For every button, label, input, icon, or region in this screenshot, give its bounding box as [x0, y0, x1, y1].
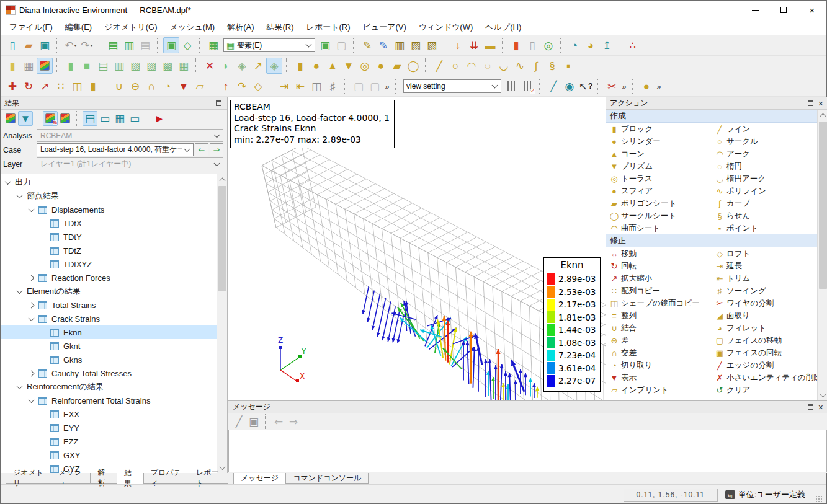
next-message-button[interactable]: ⇒ [286, 415, 301, 428]
create-pyramid-button[interactable]: ▼ [341, 58, 357, 74]
selection-table-button[interactable]: ▦ [205, 37, 221, 53]
tab-analysis[interactable]: 解析 [90, 473, 117, 484]
action-extend[interactable]: ⇥延長 [712, 260, 817, 272]
trim-button[interactable]: ⇤ [292, 78, 308, 94]
action-align[interactable]: ≡整列 [606, 309, 712, 322]
array-copy-button[interactable]: ∷ [53, 78, 69, 94]
open-project-button[interactable]: ▰ [20, 37, 37, 53]
half-section-button[interactable]: ◗ [218, 58, 234, 74]
create-ellipse-button[interactable]: ◌ [480, 58, 496, 74]
tab-command-console[interactable]: コマンドコンソール [285, 473, 369, 484]
create-cylinder-button[interactable]: ● [308, 58, 324, 74]
action-sphere[interactable]: ●スフィア [606, 185, 712, 197]
action-helix[interactable]: §らせん [712, 210, 817, 222]
viewport-3d[interactable]: ZYX RCBEAMLoad-step 16, Load-factor 4.00… [228, 97, 606, 400]
chevron-down-icon[interactable] [29, 397, 35, 403]
action-cylinder[interactable]: ●シリンダー [606, 135, 712, 148]
tab-mesh[interactable]: メッシュ [51, 473, 91, 484]
tree-item-gknt[interactable]: Gknt [1, 339, 217, 353]
toolbar-overflow-button[interactable]: » [620, 79, 628, 94]
action-clear[interactable]: ↺クリア [712, 384, 817, 396]
toolbar-overflow-button[interactable]: » [383, 79, 391, 94]
menu-item-1[interactable]: 編集(E) [59, 20, 98, 34]
previous-message-button[interactable]: ⇐ [271, 415, 286, 428]
undo-button[interactable]: ↶▾ [63, 37, 79, 53]
tree-item-element-[interactable]: Elementの結果 [1, 285, 217, 298]
move-button[interactable]: ✚ [4, 78, 20, 94]
export-sheet-button[interactable]: ▥ [121, 37, 137, 53]
align-button[interactable]: ▮ [85, 78, 101, 94]
clear-messages-button[interactable]: ╱ [231, 415, 246, 428]
action-polyline[interactable]: ∿ポリライン [712, 185, 817, 197]
show-face-right-button[interactable]: ▨ [143, 58, 159, 74]
create-block-button[interactable]: ▮ [292, 58, 308, 74]
action-chamfer[interactable]: ◢面取り [712, 309, 817, 322]
new-project-button[interactable]: ▯ [4, 37, 20, 53]
menu-item-3[interactable]: メッシュ(M) [163, 20, 221, 34]
chevron-down-icon[interactable] [5, 179, 11, 185]
chevron-right-icon[interactable] [29, 370, 35, 376]
scrollbar-thumb[interactable] [218, 186, 226, 291]
maximize-button[interactable] [769, 1, 798, 19]
section-plane-button[interactable]: ◈ [234, 58, 250, 74]
paste-selection-button[interactable]: ▢ [333, 37, 349, 53]
point-load-button[interactable]: ↓ [450, 37, 466, 53]
tree-item-reinforcement-total-strains[interactable]: Reinforcement Total Strains [1, 394, 217, 407]
minimize-button[interactable] [741, 1, 769, 19]
create-point-button[interactable]: ▪ [560, 58, 576, 74]
probe-results-button[interactable]: % [43, 111, 58, 126]
redo-button[interactable]: ↷▾ [79, 37, 95, 53]
action-split-wire[interactable]: ✂ワイヤの分割 [712, 297, 817, 309]
tying-button[interactable]: ◎ [540, 37, 557, 53]
action-rotate[interactable]: ↻回転 [606, 260, 712, 272]
action-imprint[interactable]: ▱インプリント [606, 384, 712, 396]
float-panel-icon[interactable] [216, 100, 221, 106]
action-cone[interactable]: ▲コーン [606, 148, 712, 160]
action-show[interactable]: ▼表示 [606, 371, 712, 384]
filter-results-button[interactable]: ▼ [18, 111, 33, 126]
create-helix-button[interactable]: § [544, 58, 560, 74]
loft-button[interactable]: ◇ [250, 78, 266, 94]
tree-scrollbar[interactable] [217, 174, 227, 473]
action-move-face[interactable]: ▢フェイスの移動 [712, 334, 817, 347]
surface-load-button[interactable]: ▬ [482, 37, 498, 53]
action-subtract[interactable]: ⊖差 [606, 334, 712, 347]
resize-grip[interactable] [815, 495, 823, 503]
tree-item-tdtx[interactable]: TDtX [1, 216, 217, 230]
location-pin-button[interactable]: ◉ [561, 78, 578, 94]
menu-item-2[interactable]: ジオメトリ(G) [98, 20, 163, 34]
create-sphere-button[interactable]: ● [373, 58, 389, 74]
action-trim[interactable]: ⇤トリム [712, 272, 817, 285]
ground-support-button[interactable]: ↥ [599, 37, 615, 53]
fit-view-button[interactable]: ✕ [202, 58, 218, 74]
action-unite[interactable]: ∪結合 [606, 322, 712, 334]
action-block[interactable]: ▮ブロック [606, 123, 712, 135]
tree-item-tdty[interactable]: TDtY [1, 230, 217, 244]
edit-geometry-button[interactable]: ✎ [359, 37, 375, 53]
action-intersect[interactable]: ∩交差 [606, 347, 712, 359]
menu-item-4[interactable]: 解析(A) [221, 20, 260, 34]
chevron-down-icon[interactable] [17, 383, 23, 389]
tree-item-ezz[interactable]: EZZ [1, 435, 217, 448]
tree-item--[interactable]: 節点結果 [1, 189, 217, 203]
reinforcement-section-button[interactable]: ▧ [424, 37, 440, 53]
chevron-down-icon[interactable] [29, 315, 35, 321]
case-combo[interactable]: Load-step 16, Load-factor 4.0000, 荷重ケース … [37, 143, 194, 156]
create-sheet-button[interactable]: ▰ [389, 58, 405, 74]
action-sewing[interactable]: ♯ソーイング [712, 285, 817, 297]
action-loft[interactable]: ◇ロフト [712, 247, 817, 260]
tree-item-total-strains[interactable]: Total Strains [1, 298, 217, 312]
play-animation-button[interactable]: ► [152, 111, 167, 126]
menu-item-9[interactable]: ヘルプ(H) [479, 20, 527, 34]
tree-item-eyy[interactable]: EYY [1, 421, 217, 435]
show-shape-button[interactable]: ▮ [63, 58, 79, 74]
create-curve-button[interactable]: ∫ [528, 58, 544, 74]
action-remove-small-entities[interactable]: ✗小さいエンティティの削除 [712, 371, 817, 384]
reinforcement-bar-button[interactable]: ▨ [408, 37, 424, 53]
action-circle[interactable]: ○サークル [712, 135, 817, 148]
message-log[interactable] [228, 430, 827, 472]
reinforcement-grid-button[interactable]: ▥ [391, 37, 408, 53]
menu-item-0[interactable]: ファイル(F) [3, 20, 59, 34]
action-circle-sheet[interactable]: ◯サークルシート [606, 210, 712, 222]
action-line[interactable]: ╱ライン [712, 123, 817, 135]
